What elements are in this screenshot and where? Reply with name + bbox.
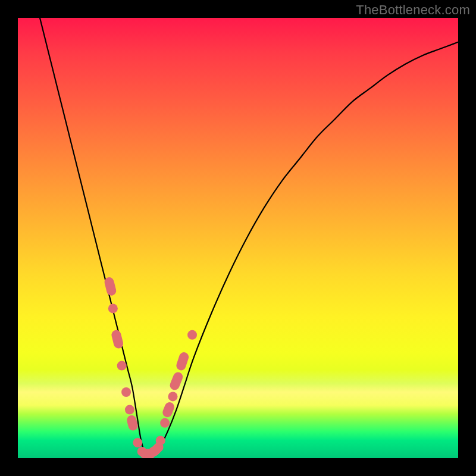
chart-svg [18, 18, 458, 458]
bottleneck-curve [40, 18, 458, 455]
data-marker [187, 330, 197, 340]
data-marker [117, 361, 127, 371]
data-marker [156, 436, 165, 445]
data-marker [111, 329, 124, 349]
plot-area [18, 18, 458, 458]
data-marker [168, 371, 184, 392]
data-marker [160, 418, 170, 428]
watermark-text: TheBottleneck.com [356, 2, 470, 18]
data-marker [104, 276, 117, 296]
data-marker [168, 392, 177, 401]
data-marker [121, 387, 131, 397]
chart-frame: TheBottleneck.com [0, 0, 476, 476]
data-marker [133, 438, 142, 447]
data-markers [104, 276, 197, 458]
data-marker [125, 405, 134, 415]
data-marker [175, 351, 190, 372]
data-marker [108, 303, 118, 313]
